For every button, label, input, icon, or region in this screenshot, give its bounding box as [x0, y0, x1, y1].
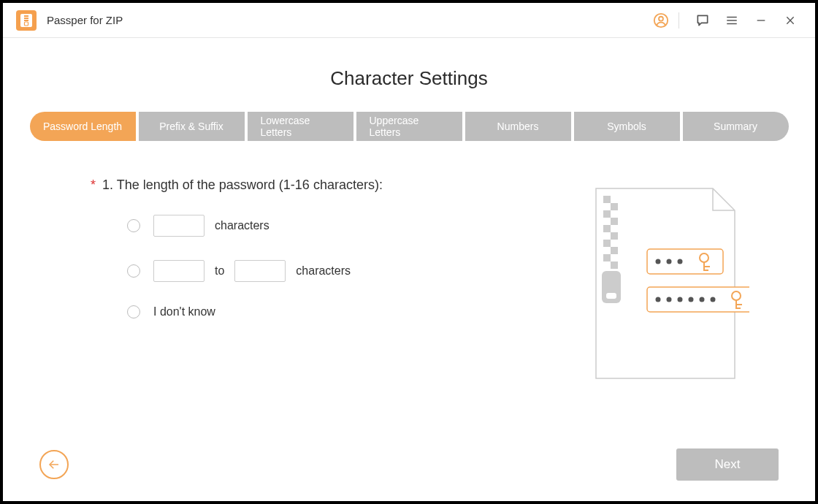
bottom-bar: Next: [3, 428, 815, 501]
svg-point-27: [667, 259, 672, 264]
titlebar-separator: [679, 12, 679, 28]
tab-symbols[interactable]: Symbols: [574, 112, 680, 141]
tab-numbers[interactable]: Numbers: [465, 112, 571, 141]
illustration-column: [567, 177, 771, 389]
account-icon[interactable]: [649, 9, 673, 32]
exact-length-input[interactable]: [153, 215, 204, 237]
svg-rect-19: [603, 240, 611, 247]
svg-rect-3: [24, 20, 28, 21]
tab-strip: Password Length Prefix & Suffix Lowercas…: [47, 112, 771, 141]
main-content: Character Settings Password Length Prefi…: [3, 38, 815, 428]
minimize-button[interactable]: [749, 9, 773, 32]
svg-point-36: [678, 297, 683, 302]
close-button[interactable]: [779, 9, 802, 32]
arrow-left-icon: [47, 458, 61, 471]
range-to-input[interactable]: [234, 260, 286, 282]
option-range-length: to characters: [91, 260, 567, 282]
svg-rect-2: [24, 18, 28, 19]
svg-rect-16: [611, 218, 618, 225]
svg-point-26: [656, 259, 661, 264]
exact-suffix: characters: [215, 219, 270, 232]
svg-rect-17: [603, 225, 611, 232]
svg-point-37: [689, 297, 694, 302]
tab-uppercase[interactable]: Uppercase Letters: [356, 112, 462, 141]
title-bar: Passper for ZIP: [3, 3, 815, 38]
radio-range[interactable]: [127, 264, 140, 278]
next-button[interactable]: Next: [676, 448, 779, 481]
question-column: * 1. The length of the password (1-16 ch…: [47, 177, 567, 389]
back-button[interactable]: [39, 450, 69, 479]
page-title: Character Settings: [47, 67, 771, 90]
svg-rect-21: [603, 254, 611, 261]
svg-rect-22: [611, 261, 618, 269]
question-text: 1. The length of the password (1-16 char…: [102, 177, 383, 192]
svg-rect-15: [603, 210, 611, 218]
svg-point-34: [656, 297, 661, 302]
app-title: Passper for ZIP: [47, 14, 123, 26]
radio-unknown[interactable]: [127, 305, 140, 318]
required-mark: *: [91, 177, 96, 192]
question-area: * 1. The length of the password (1-16 ch…: [47, 177, 771, 389]
app-logo-icon: [16, 10, 37, 31]
tab-summary[interactable]: Summary: [683, 112, 789, 141]
tab-password-length[interactable]: Password Length: [30, 112, 136, 141]
zip-file-icon: [20, 14, 32, 27]
svg-point-38: [700, 297, 705, 302]
feedback-icon[interactable]: [691, 9, 714, 32]
range-joiner: to: [215, 264, 224, 278]
option-exact-length: characters: [91, 215, 567, 237]
svg-rect-1: [24, 15, 28, 17]
svg-point-39: [711, 297, 716, 302]
unknown-label: I don't know: [153, 305, 215, 318]
range-suffix: characters: [296, 264, 351, 278]
svg-point-6: [659, 16, 663, 20]
range-from-input[interactable]: [153, 260, 204, 282]
option-unknown: I don't know: [91, 305, 567, 318]
svg-rect-13: [603, 196, 611, 203]
zip-password-illustration-icon: [589, 185, 749, 389]
svg-rect-18: [611, 232, 618, 240]
svg-point-35: [667, 297, 672, 302]
svg-rect-14: [611, 203, 618, 210]
svg-rect-20: [611, 247, 618, 254]
menu-icon[interactable]: [720, 9, 744, 32]
question-prompt: * 1. The length of the password (1-16 ch…: [91, 177, 567, 193]
svg-point-28: [678, 259, 683, 264]
svg-rect-24: [606, 293, 616, 299]
app-window: Passper for ZIP Character Settings Passw…: [3, 3, 815, 501]
tab-lowercase[interactable]: Lowercase Letters: [248, 112, 353, 141]
tab-prefix-suffix[interactable]: Prefix & Suffix: [139, 112, 245, 141]
radio-exact[interactable]: [127, 219, 140, 232]
